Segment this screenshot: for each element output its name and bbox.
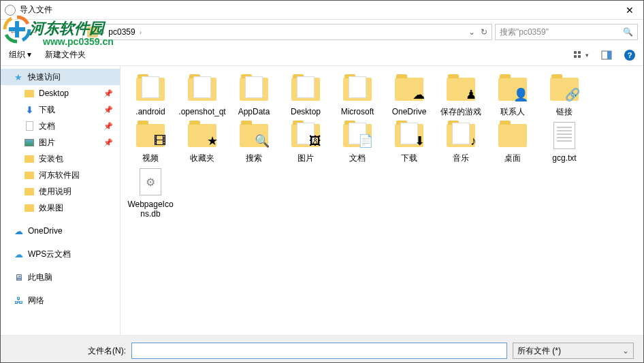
- file-item[interactable]: 🔗链接: [540, 73, 589, 116]
- file-item[interactable]: 📄文档: [333, 119, 382, 163]
- sidebar: ★快速访问 Desktop📌 ⬇下载📌 文档📌 图片📌 安装包 河东软件园 使用…: [1, 66, 120, 335]
- network-icon: 🖧: [13, 295, 24, 306]
- folder-icon: [24, 153, 35, 164]
- preview-pane-button[interactable]: [601, 50, 612, 60]
- star-icon: ★: [13, 72, 24, 82]
- new-folder-button[interactable]: 新建文件夹: [45, 49, 86, 61]
- cloud-icon: ☁: [13, 225, 24, 236]
- filename-input[interactable]: [131, 343, 507, 359]
- filetype-select[interactable]: 所有文件 (*): [513, 343, 634, 359]
- svg-rect-3: [578, 51, 581, 54]
- pin-icon: 📌: [103, 138, 113, 147]
- sidebar-item-thispc[interactable]: 🖥此电脑: [1, 269, 120, 285]
- preview-icon: [601, 50, 612, 60]
- file-label: Desktop: [291, 107, 321, 116]
- app-icon: [5, 5, 16, 16]
- svg-rect-5: [578, 55, 581, 58]
- sidebar-item-documents[interactable]: 文档📌: [1, 118, 120, 134]
- sidebar-item-onedrive[interactable]: ☁OneDrive: [1, 223, 120, 239]
- sidebar-item-pkg[interactable]: 安装包: [1, 151, 120, 167]
- file-item[interactable]: .android: [126, 73, 175, 116]
- sidebar-item-quick-access[interactable]: ★快速访问: [1, 69, 120, 85]
- file-label: 收藏夹: [190, 153, 214, 163]
- file-list[interactable]: .android.openshot_qtAppDataDesktopMicros…: [120, 66, 643, 335]
- file-item[interactable]: Microsoft: [333, 73, 382, 116]
- help-button[interactable]: ?: [624, 50, 635, 61]
- sidebar-item-hedong[interactable]: 河东软件园: [1, 167, 120, 183]
- file-item[interactable]: .openshot_qt: [178, 73, 227, 116]
- file-item[interactable]: gcg.txt: [540, 119, 589, 163]
- file-label: AppData: [238, 107, 270, 116]
- svg-rect-7: [607, 51, 611, 59]
- file-item[interactable]: ★收藏夹: [178, 119, 227, 163]
- file-label: 保存的游戏: [440, 107, 481, 116]
- file-item[interactable]: WebpageIcons.db: [126, 165, 175, 219]
- pin-icon: 📌: [103, 106, 113, 114]
- pin-icon: 📌: [103, 89, 113, 98]
- sidebar-item-effect[interactable]: 效果图: [1, 200, 120, 216]
- sidebar-item-pictures[interactable]: 图片📌: [1, 134, 120, 151]
- file-item[interactable]: 🖼图片: [281, 119, 330, 163]
- chevron-right-icon: ›: [140, 29, 142, 36]
- file-label: 视频: [142, 153, 159, 163]
- file-label: WebpageIcons.db: [126, 200, 175, 219]
- file-label: 桌面: [504, 153, 521, 163]
- document-icon: [24, 121, 35, 131]
- file-label: Microsoft: [341, 107, 374, 116]
- file-item[interactable]: 👤联系人: [488, 73, 537, 116]
- file-label: 音乐: [453, 153, 469, 163]
- file-label: gcg.txt: [552, 153, 576, 163]
- cloud-icon: ☁: [13, 249, 24, 259]
- filename-label: 文件名(N):: [10, 345, 126, 357]
- view-options-button[interactable]: ▾: [573, 50, 589, 60]
- folder-icon: [24, 186, 35, 197]
- file-label: 文档: [349, 153, 366, 163]
- sidebar-item-usage[interactable]: 使用说明: [1, 183, 120, 200]
- refresh-button[interactable]: ↻: [481, 27, 487, 37]
- file-label: 链接: [556, 107, 573, 116]
- file-item[interactable]: ☁OneDrive: [385, 73, 434, 116]
- sidebar-item-wps[interactable]: ☁WPS云文档: [1, 246, 120, 262]
- file-item[interactable]: ♪音乐: [436, 119, 485, 163]
- sidebar-item-desktop[interactable]: Desktop📌: [1, 85, 120, 101]
- file-item[interactable]: ♟保存的游戏: [436, 73, 485, 116]
- history-dropdown[interactable]: ▾: [44, 24, 61, 40]
- file-item[interactable]: 🔍搜索: [229, 119, 278, 163]
- file-item[interactable]: Desktop: [281, 73, 330, 116]
- search-icon[interactable]: 🔍: [623, 27, 633, 37]
- svg-rect-2: [574, 51, 577, 54]
- sidebar-item-downloads[interactable]: ⬇下载📌: [1, 101, 120, 118]
- breadcrumb-dropdown-icon[interactable]: ⌄: [468, 27, 475, 37]
- footer: 文件名(N): 所有文件 (*) 打开(O)▾ 取消: [1, 335, 643, 363]
- window-title: 导入文件: [20, 4, 616, 16]
- navbar: ← → ▾ ↑ › pc0359 › ⌄ ↻ 搜索"pc0359" 🔍: [1, 20, 643, 44]
- organize-menu[interactable]: 组织 ▾: [9, 49, 31, 61]
- breadcrumb[interactable]: › pc0359 › ⌄ ↻: [82, 24, 492, 40]
- file-label: OneDrive: [392, 107, 427, 116]
- search-input[interactable]: 搜索"pc0359" 🔍: [495, 24, 638, 40]
- file-label: 搜索: [246, 153, 262, 163]
- breadcrumb-segment[interactable]: pc0359: [108, 27, 135, 37]
- pin-icon: 📌: [103, 122, 113, 131]
- file-item[interactable]: 桌面: [488, 119, 537, 163]
- file-label: 图片: [297, 153, 314, 163]
- file-label: 联系人: [500, 107, 525, 116]
- folder-icon: [24, 170, 35, 180]
- computer-icon: 🖥: [13, 272, 24, 283]
- sidebar-item-network[interactable]: 🖧网络: [1, 292, 120, 309]
- file-item[interactable]: ⬇下载: [385, 119, 434, 163]
- up-button[interactable]: ↑: [63, 24, 80, 40]
- back-button[interactable]: ←: [6, 24, 22, 40]
- folder-icon: [24, 88, 35, 99]
- file-label: .android: [135, 107, 165, 116]
- file-item[interactable]: AppData: [229, 73, 278, 116]
- toolbar: 组织 ▾ 新建文件夹 ▾ ?: [1, 44, 643, 66]
- user-folder-icon: [87, 27, 98, 37]
- titlebar: 导入文件 ✕: [1, 1, 643, 20]
- close-button[interactable]: ✕: [616, 5, 643, 16]
- svg-rect-4: [574, 55, 577, 58]
- file-item[interactable]: 🎞视频: [126, 119, 175, 163]
- file-label: 下载: [401, 153, 417, 163]
- folder-icon: [24, 202, 35, 213]
- picture-icon: [24, 137, 35, 148]
